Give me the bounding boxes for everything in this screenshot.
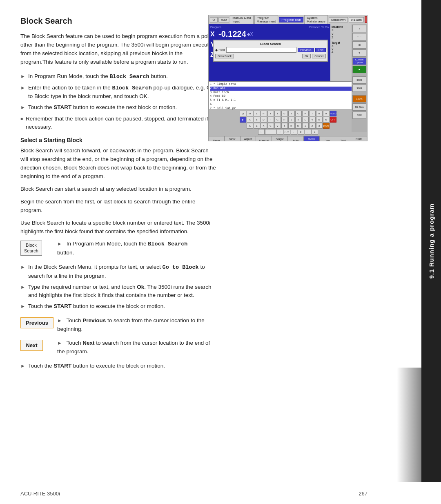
kb-e[interactable]: E [254,111,260,116]
kb-row-1: Q W E R T Y U I O P 7 8 9 FEED [209,111,366,116]
tab-system[interactable]: SystemMaintenance [304,15,328,24]
bullet-text-2: Enter the action to be taken in the Bloc… [28,84,216,101]
kb-row-4: ← _ → (+/-) . 0 - a [209,129,366,135]
body-para-1: Block Search will search forward, or bac… [20,147,216,181]
kb-q[interactable]: Q [240,111,246,116]
kb-m[interactable]: M [295,123,302,129]
bullet-item-7: ► Touch the START button to execute the … [20,302,216,310]
kb-dot[interactable]: . [291,129,297,135]
kb-9[interactable]: 9 [323,111,330,116]
kb-misc2[interactable]: → [277,129,283,135]
kb-b[interactable]: B [281,123,288,129]
kb-p[interactable]: P [302,111,309,116]
kb-1[interactable]: 1 [302,123,309,129]
bs-ok-btn[interactable]: Ok [302,54,311,58]
machine-icons: ■ ■ [365,16,368,23]
bs-find-input[interactable] [226,47,297,53]
mrb-green[interactable]: ■ [352,66,366,73]
kb-r[interactable]: R [261,111,267,116]
mrb-off2[interactable]: OFF [352,112,366,119]
kb-g[interactable]: G [274,117,281,123]
kb-y[interactable]: Y [274,111,281,116]
kb-h[interactable]: H [281,117,288,123]
kb-2[interactable]: 2 [309,123,316,129]
coord-row-x: X -0.1224 ◆X [210,29,329,39]
mrb-2[interactable]: ↔→ [352,33,366,40]
kb-3[interactable]: 3 [316,123,323,129]
kb-minus[interactable]: - [305,129,311,135]
kb-a[interactable]: A [247,117,253,123]
tab-program-run[interactable]: Program Run [279,17,303,22]
kb-i[interactable]: I [288,111,295,116]
kb-d[interactable]: D [261,117,267,123]
prog-line-5: 5 ⊙ T1 G M1 1-1 [210,98,366,103]
btn-manual[interactable]: Manual [256,136,272,141]
kb-off[interactable]: OFF [330,117,336,123]
kb-pct[interactable]: 100% [323,123,330,129]
gradient-overlay [397,368,421,482]
kb-enter-sign[interactable]: (+/-) [284,129,290,135]
kb-f[interactable]: F [267,117,274,123]
btn-adjust-view[interactable]: AdjustView [241,136,256,141]
body-para-2: Block Search can start a search at any s… [20,185,216,194]
kb-o[interactable]: O [295,111,302,116]
kb-u[interactable]: U [281,111,288,116]
mrb-blk-skip[interactable]: Blk Skip [352,103,366,111]
kb-w[interactable]: W [247,111,253,116]
block-search-button[interactable]: BlockSearch [20,241,42,255]
kb-feed[interactable]: FEED [330,111,336,116]
tab-manual-data[interactable]: Manual DataInput [230,15,253,24]
btn-single-step[interactable]: SingleStep [272,136,288,141]
prog-line-7: 7 * Call Sub pr [210,107,366,110]
kb-a2[interactable]: a [312,129,318,135]
kb-z2[interactable]: Z [254,123,260,129]
btn-auto[interactable]: Auto [288,136,304,141]
mrb-1[interactable]: T [352,25,366,32]
distance-label: Distance To Go [309,26,329,29]
kb-j[interactable]: J [288,117,295,123]
kb-misc1[interactable]: ← [258,129,265,135]
mrb-pct[interactable]: 100% [352,95,366,103]
kb-6[interactable]: 6 [323,117,330,123]
previous-button[interactable]: Previous [20,317,53,328]
kb-k[interactable]: K [295,117,302,123]
kb-caps[interactable]: ⬆ [240,117,246,123]
kb-l[interactable]: L [302,117,309,123]
kb-n[interactable]: N [288,123,295,129]
btn-tool[interactable]: Tool [335,136,351,141]
kb-5[interactable]: 5 [316,117,323,123]
block-search-btn-desc: ► In Program Run Mode, touch the Block S… [57,240,216,257]
mrb-4[interactable]: T [352,49,366,57]
bs-cancel-btn[interactable]: Cancel [312,54,326,58]
kb-t[interactable]: T [267,111,274,116]
kb-x2[interactable]: X [261,123,267,129]
bs-goto-btn[interactable]: Goto Block [215,54,234,58]
tab-shutdown[interactable]: Shutdown [329,17,348,22]
tab-circle[interactable]: ⊙ [210,17,218,22]
kb-8[interactable]: 8 [316,111,323,116]
btn-view-type[interactable]: ViewType [225,136,241,141]
tab-program-mgmt[interactable]: ProgramManagement [254,15,278,24]
mrb-cycles[interactable]: CustomCycles [352,58,366,65]
btn-jog[interactable]: Jog [320,136,336,141]
mrb-3[interactable]: ⊞ [352,41,366,49]
kb-4[interactable]: 4 [309,117,316,123]
bs-prev-btn[interactable]: Previous [298,48,314,52]
kb-space[interactable]: _ [265,129,276,135]
btn-draw[interactable]: Draw [209,136,225,141]
kb-7[interactable]: 7 [309,111,316,116]
btn-block-search[interactable]: Block▲ Search [304,136,320,141]
kb-phi[interactable]: ⊙ [247,123,253,129]
kb-s[interactable]: S [254,117,260,123]
bs-next-btn[interactable]: Next [315,48,326,52]
tgt-key-x: X [332,45,334,47]
main-content: Block Search The Block Search feature ca… [0,0,392,504]
tab-a30[interactable]: A30 [218,17,229,22]
next-button[interactable]: Next [20,340,43,351]
bold-goto-block: Go to Block [163,264,199,270]
kb-0[interactable]: 0 [298,129,304,135]
btn-parts-counter[interactable]: PartsCounter [351,136,367,141]
tgt-key-v: V [332,47,334,50]
kb-v[interactable]: V [274,123,281,129]
kb-c[interactable]: C [267,123,274,129]
